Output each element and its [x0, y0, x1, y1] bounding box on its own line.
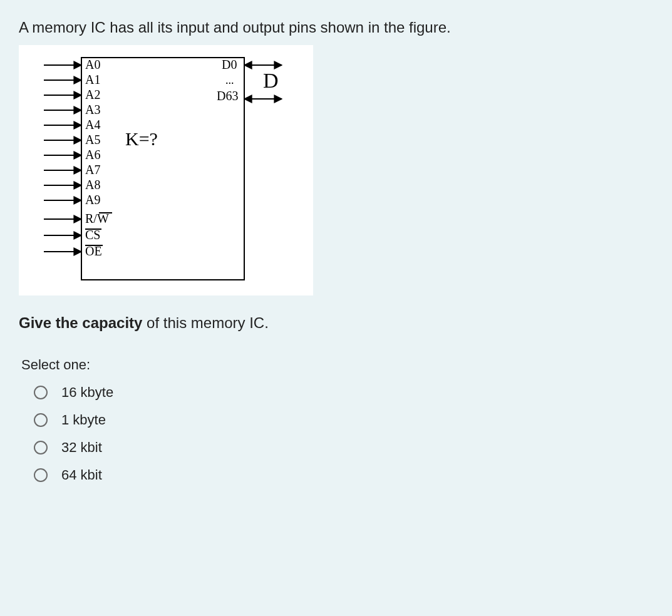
- option-label: 64 kbit: [61, 467, 102, 483]
- prompt-bold: Give the capacity: [19, 314, 142, 331]
- question-intro: A memory IC has all its input and output…: [19, 19, 653, 36]
- pin-a8: A8: [85, 178, 100, 192]
- option-label: 16 kbyte: [61, 384, 113, 401]
- option-label: 32 kbit: [61, 439, 102, 456]
- radio-icon: [34, 386, 48, 399]
- pin-a5: A5: [85, 133, 100, 146]
- options-group: 16 kbyte 1 kbyte 32 kbit 64 kbit: [34, 384, 653, 483]
- radio-icon: [34, 441, 48, 454]
- question-prompt: Give the capacity of this memory IC.: [19, 314, 653, 332]
- option-2[interactable]: 32 kbit: [34, 439, 653, 456]
- radio-icon: [34, 468, 48, 482]
- control-pins: R/W CS OE: [44, 212, 112, 258]
- option-label: 1 kbyte: [61, 412, 106, 428]
- prompt-rest: of this memory IC.: [142, 314, 268, 331]
- pin-oe: OE: [85, 244, 102, 258]
- pin-rw: R/W: [85, 212, 109, 225]
- pin-a0: A0: [85, 58, 100, 71]
- pin-a9: A9: [85, 193, 100, 207]
- option-3[interactable]: 64 kbit: [34, 467, 653, 483]
- select-header: Select one:: [21, 357, 653, 373]
- option-0[interactable]: 16 kbyte: [34, 384, 653, 401]
- memory-ic-diagram: A0 A1 A2 A3 A4 A5 A6 A7 A8 A9: [25, 51, 301, 289]
- pin-a3: A3: [85, 103, 100, 116]
- pin-cs: CS: [85, 228, 100, 242]
- radio-icon: [34, 413, 48, 427]
- pin-a2: A2: [85, 88, 100, 101]
- pin-a4: A4: [85, 118, 100, 131]
- d-label: D: [263, 69, 279, 92]
- pin-d0: D0: [222, 58, 237, 71]
- pin-d63: D63: [217, 89, 238, 103]
- pin-a6: A6: [85, 148, 100, 162]
- pin-a7: A7: [85, 163, 100, 177]
- memory-ic-figure: A0 A1 A2 A3 A4 A5 A6 A7 A8 A9: [19, 45, 313, 295]
- k-label: K=?: [125, 128, 158, 149]
- pin-a1: A1: [85, 73, 100, 86]
- data-pins: D0 ... D63 D: [217, 58, 282, 103]
- option-1[interactable]: 1 kbyte: [34, 412, 653, 428]
- data-dots: ...: [225, 74, 234, 86]
